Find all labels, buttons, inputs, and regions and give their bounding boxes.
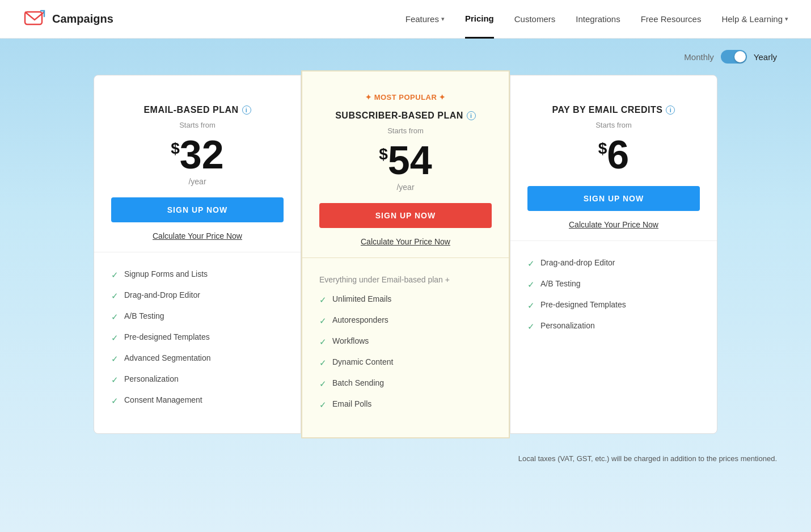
calculate-link-subscriber-based[interactable]: Calculate Your Price Now: [319, 237, 492, 246]
billing-toggle-area: Monthly Yearly: [0, 39, 811, 69]
pricing-cards-container: EMAIL-BASED PLAN i Starts from $ 32 /yea…: [94, 75, 717, 434]
feature-item: ✓ Consent Management: [111, 395, 284, 406]
plan-name-email-based: EMAIL-BASED PLAN i: [111, 105, 284, 115]
feature-item: ✓ Signup Forms and Lists: [111, 269, 284, 280]
plan-card-pay-by-credits: PAY BY EMAIL CREDITS i Starts from $ 6 S…: [510, 75, 717, 434]
check-icon: ✓: [111, 333, 119, 343]
price-period-subscriber-based: /year: [319, 183, 492, 192]
info-icon-pay-by-credits[interactable]: i: [666, 105, 675, 115]
plan-card-subscriber-based: ✦ MOST POPULAR ✦ SUBSCRIBER-BASED PLAN i…: [301, 70, 510, 438]
logo-text: Campaigns: [52, 12, 113, 26]
feature-item: ✓ Workflows: [319, 336, 492, 347]
info-icon-email-based[interactable]: i: [242, 105, 251, 115]
toggle-knob: [734, 51, 746, 62]
starts-from-subscriber-based: Starts from: [319, 126, 492, 135]
signup-button-subscriber-based[interactable]: SIGN UP NOW: [319, 203, 492, 228]
check-icon: ✓: [319, 337, 327, 347]
check-icon: ✓: [319, 316, 327, 326]
check-icon: ✓: [319, 358, 327, 368]
feature-item: ✓ Personalization: [111, 374, 284, 385]
feature-item: ✓ Email Polls: [319, 399, 492, 410]
feature-item: ✓ Personalization: [527, 321, 700, 332]
features-email-based: ✓ Signup Forms and Lists ✓ Drag-and-Drop…: [94, 252, 301, 433]
nav-link-features[interactable]: Features ▾: [406, 1, 445, 37]
monthly-label: Monthly: [684, 52, 714, 62]
billing-toggle-switch[interactable]: [721, 50, 747, 64]
check-icon: ✓: [111, 354, 119, 364]
check-icon: ✓: [111, 396, 119, 406]
nav-link-integrations[interactable]: Integrations: [576, 1, 620, 37]
navbar: Campaigns Features ▾ Pricing Customers I…: [0, 0, 811, 39]
check-icon: ✓: [527, 301, 535, 311]
campaigns-logo-icon: [23, 7, 47, 31]
yearly-label: Yearly: [754, 52, 777, 62]
price-amount-email-based: 32: [180, 135, 224, 175]
price-display-subscriber-based: $ 54: [319, 141, 492, 180]
feature-item: ✓ A/B Testing: [527, 279, 700, 290]
logo-area[interactable]: Campaigns: [23, 7, 113, 31]
starts-from-pay-by-credits: Starts from: [527, 121, 700, 129]
price-amount-subscriber-based: 54: [388, 141, 432, 180]
plan-header-subscriber-based: ✦ MOST POPULAR ✦ SUBSCRIBER-BASED PLAN i…: [302, 76, 509, 258]
price-dollar-subscriber-based: $: [379, 145, 388, 163]
feature-item: ✓ Autoresponders: [319, 315, 492, 326]
signup-button-email-based[interactable]: SIGN UP NOW: [111, 197, 284, 222]
footer-note: Local taxes (VAT, GST, etc.) will be cha…: [0, 445, 811, 472]
feature-item: ✓ A/B Testing: [111, 311, 284, 322]
price-period-email-based: /year: [111, 177, 284, 186]
plan-name-subscriber-based: SUBSCRIBER-BASED PLAN i: [319, 111, 492, 121]
price-dollar-pay-by-credits: $: [598, 140, 607, 158]
pricing-section: EMAIL-BASED PLAN i Starts from $ 32 /yea…: [0, 69, 811, 445]
features-sub-header-subscriber: Everything under Email-based plan +: [319, 275, 492, 284]
check-icon: ✓: [319, 400, 327, 410]
nav-link-free-resources[interactable]: Free Resources: [641, 1, 702, 37]
feature-item: ✓ Unlimited Emails: [319, 294, 492, 305]
check-icon: ✓: [319, 379, 327, 389]
check-icon: ✓: [527, 280, 535, 290]
check-icon: ✓: [111, 312, 119, 322]
info-icon-subscriber-based[interactable]: i: [467, 111, 476, 120]
check-icon: ✓: [527, 259, 535, 269]
check-icon: ✓: [319, 295, 327, 305]
chevron-down-icon: ▾: [441, 15, 445, 23]
nav-links: Features ▾ Pricing Customers Integration…: [406, 0, 788, 39]
signup-button-pay-by-credits[interactable]: SIGN UP NOW: [527, 186, 700, 211]
price-display-pay-by-credits: $ 6: [527, 135, 700, 175]
feature-item: ✓ Pre-designed Templates: [111, 332, 284, 343]
plan-header-pay-by-credits: PAY BY EMAIL CREDITS i Starts from $ 6 S…: [510, 75, 717, 241]
price-dollar-email-based: $: [171, 140, 180, 158]
feature-item: ✓ Dynamic Content: [319, 357, 492, 368]
plan-header-email-based: EMAIL-BASED PLAN i Starts from $ 32 /yea…: [94, 75, 301, 252]
feature-item: ✓ Advanced Segmentation: [111, 353, 284, 364]
calculate-link-pay-by-credits[interactable]: Calculate Your Price Now: [527, 220, 700, 229]
check-icon: ✓: [111, 291, 119, 301]
features-pay-by-credits: ✓ Drag-and-drop Editor ✓ A/B Testing ✓ P…: [510, 241, 717, 433]
most-popular-badge: ✦ MOST POPULAR ✦: [319, 93, 492, 102]
plan-name-pay-by-credits: PAY BY EMAIL CREDITS i: [527, 105, 700, 115]
check-icon: ✓: [111, 375, 119, 385]
check-icon: ✓: [527, 322, 535, 332]
starts-from-email-based: Starts from: [111, 121, 284, 129]
feature-item: ✓ Drag-and-Drop Editor: [111, 290, 284, 301]
plan-card-email-based: EMAIL-BASED PLAN i Starts from $ 32 /yea…: [94, 75, 301, 434]
price-display-email-based: $ 32: [111, 135, 284, 175]
feature-item: ✓ Drag-and-drop Editor: [527, 258, 700, 269]
nav-link-customers[interactable]: Customers: [514, 1, 556, 37]
feature-item: ✓ Batch Sending: [319, 378, 492, 389]
nav-link-help-learning[interactable]: Help & Learning ▾: [721, 1, 788, 37]
calculate-link-email-based[interactable]: Calculate Your Price Now: [111, 231, 284, 240]
feature-item: ✓ Pre-designed Templates: [527, 300, 700, 311]
features-subscriber-based: Everything under Email-based plan + ✓ Un…: [302, 258, 509, 437]
check-icon: ✓: [111, 270, 119, 280]
price-amount-pay-by-credits: 6: [607, 135, 629, 175]
nav-link-pricing[interactable]: Pricing: [465, 0, 494, 39]
chevron-down-icon-help: ▾: [785, 15, 788, 23]
